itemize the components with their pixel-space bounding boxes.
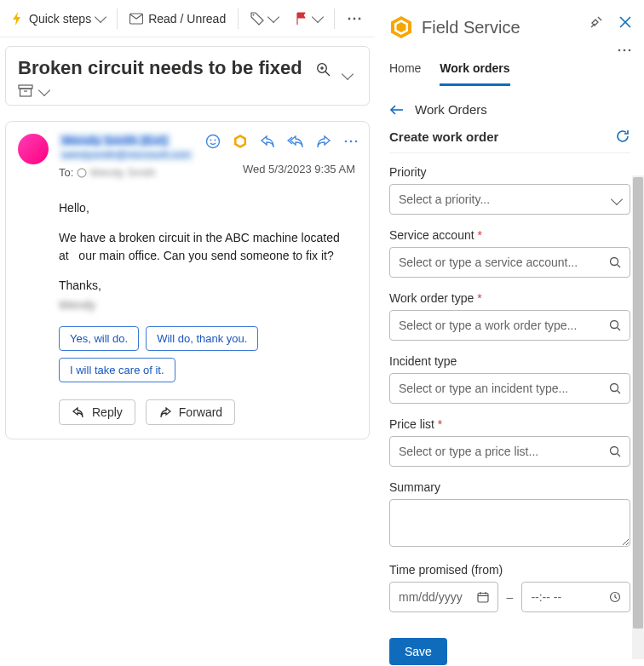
panel-more-button[interactable] <box>617 48 632 53</box>
incident-type-label: Incident type <box>389 354 630 368</box>
work-order-type-input[interactable]: Select or type a work order type... <box>389 310 630 341</box>
toolbar-more-button[interactable] <box>340 9 369 28</box>
smiley-icon[interactable] <box>205 134 221 149</box>
chevron-down-icon <box>342 68 354 80</box>
quick-steps-label: Quick steps <box>29 12 91 26</box>
panel-header: Field Service <box>376 0 644 44</box>
svg-point-20 <box>78 169 86 177</box>
body-closing: Thanks, <box>59 277 357 295</box>
flag-icon <box>295 12 308 26</box>
svg-line-6 <box>325 72 330 76</box>
svg-point-32 <box>611 321 618 329</box>
time-placeholder: --:-- -- <box>531 590 561 604</box>
lightning-icon <box>10 12 24 26</box>
archive-icon[interactable] <box>18 84 33 98</box>
toolbar-separator <box>238 9 239 29</box>
more-icon[interactable] <box>343 135 359 147</box>
save-button[interactable]: Save <box>389 638 447 665</box>
more-icon <box>347 13 362 25</box>
body-signature: Wendy <box>59 296 357 314</box>
toolbar-separator <box>117 9 118 29</box>
incident-type-input[interactable]: Select or type an incident type... <box>389 373 630 404</box>
fs-badge-icon[interactable] <box>233 134 248 149</box>
toolbar-separator <box>334 9 335 29</box>
clock-icon <box>609 591 621 603</box>
svg-point-30 <box>611 258 618 266</box>
avatar <box>18 134 49 164</box>
forward-label: Forward <box>179 405 222 419</box>
panel-tabs: Home Work orders <box>376 44 644 87</box>
suggested-reply-2[interactable]: Will do, thank you. <box>146 326 258 351</box>
price-list-input[interactable]: Select or type a price list... <box>389 436 630 467</box>
search-icon <box>609 256 621 268</box>
chevron-down-icon[interactable] <box>38 83 50 95</box>
reply-all-icon[interactable] <box>287 135 304 148</box>
svg-point-36 <box>611 447 618 455</box>
tab-home[interactable]: Home <box>389 61 421 86</box>
tag-icon <box>250 12 264 26</box>
subject-header: Broken circuit needs to be fixed <box>5 46 370 106</box>
time-promised-label: Time promised (from) <box>389 563 630 577</box>
time-promised-date-input[interactable]: mm/dd/yyyy <box>389 582 498 612</box>
quick-steps-button[interactable]: Quick steps <box>3 9 112 29</box>
work-order-form: Priority Select a priority... Service ac… <box>389 152 630 665</box>
reply-icon[interactable] <box>260 135 275 148</box>
refresh-icon[interactable] <box>615 129 630 144</box>
service-account-input[interactable]: Select or type a service account... <box>389 247 630 278</box>
work-order-type-label: Work order type <box>389 291 630 305</box>
forward-icon[interactable] <box>316 135 331 148</box>
svg-point-3 <box>354 17 356 20</box>
more-icon <box>617 48 632 53</box>
back-icon[interactable] <box>389 104 405 116</box>
close-icon[interactable] <box>618 15 632 29</box>
service-account-label: Service account <box>389 228 630 242</box>
work-order-type-placeholder: Select or type a work order type... <box>399 319 577 332</box>
calendar-icon <box>477 591 489 603</box>
read-unread-label: Read / Unread <box>148 12 226 26</box>
forward-button[interactable]: Forward <box>146 399 235 425</box>
svg-line-31 <box>618 265 621 268</box>
email-card: Wendy Smith (Ext) wendysmith@microsoft.c… <box>5 121 370 439</box>
tab-work-orders[interactable]: Work orders <box>440 61 509 86</box>
reply-icon <box>72 406 85 418</box>
suggested-reply-1[interactable]: Yes, will do. <box>59 326 139 351</box>
svg-point-18 <box>350 141 353 143</box>
to-name: Wendy Smith <box>90 166 156 179</box>
subject-expand-button[interactable] <box>343 67 352 81</box>
presence-indicator <box>77 168 87 178</box>
priority-select[interactable]: Select a priority... <box>389 184 630 215</box>
panel-title: Field Service <box>422 18 520 37</box>
svg-point-17 <box>345 141 348 143</box>
svg-line-35 <box>618 391 621 394</box>
fs-logo-icon <box>389 15 413 39</box>
chevron-down-icon <box>611 193 623 205</box>
pin-icon[interactable] <box>589 15 603 29</box>
svg-rect-38 <box>478 594 488 603</box>
zoom-button[interactable] <box>316 62 331 78</box>
svg-point-26 <box>618 49 621 52</box>
priority-placeholder: Select a priority... <box>399 192 490 206</box>
reply-label: Reply <box>92 405 123 419</box>
svg-rect-10 <box>20 89 32 96</box>
chevron-down-icon <box>267 11 279 23</box>
price-list-label: Price list <box>389 417 630 431</box>
time-range-separator: – <box>507 590 514 604</box>
read-unread-button[interactable]: Read / Unread <box>123 9 233 29</box>
forward-icon <box>158 406 172 418</box>
suggested-reply-3[interactable]: I will take care of it. <box>59 358 175 382</box>
search-icon <box>609 382 621 394</box>
toolbar: Quick steps Read / Unread <box>0 0 375 37</box>
create-title: Create work order <box>389 129 498 144</box>
scrollbar-track[interactable] <box>632 175 644 659</box>
search-icon <box>609 319 621 331</box>
summary-textarea[interactable] <box>389 499 630 547</box>
body-greeting: Hello, <box>59 199 357 217</box>
scrollbar-thumb[interactable] <box>633 177 643 629</box>
body-main: We have a broken circuit in the ABC mach… <box>59 229 357 265</box>
svg-point-12 <box>207 135 220 148</box>
reply-button[interactable]: Reply <box>59 399 135 425</box>
time-promised-time-input[interactable]: --:-- -- <box>521 582 630 612</box>
flag-button[interactable] <box>288 9 329 29</box>
tag-button[interactable] <box>244 9 285 29</box>
chevron-down-icon <box>95 11 106 23</box>
